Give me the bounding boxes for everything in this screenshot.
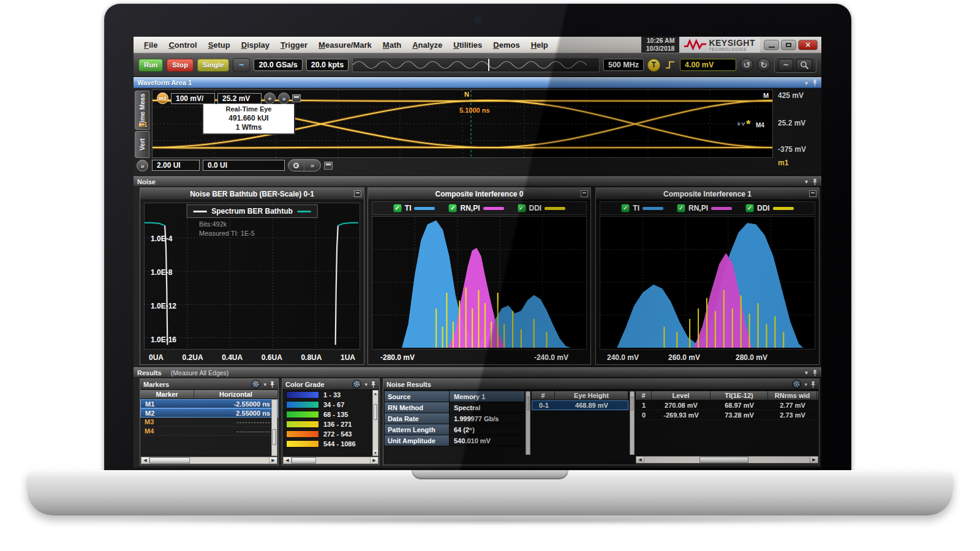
horizontal-scrollbar[interactable]: ◀ ▶ <box>636 456 818 463</box>
legend-checkbox-rnpi[interactable]: ✓ RN,PI <box>448 204 503 212</box>
menu-item-analyze[interactable]: Analyze <box>407 40 448 50</box>
table-row[interactable]: 1 270.08 mV 68.97 mV 2.77 mV <box>636 400 818 410</box>
scrollbar-thumb[interactable] <box>699 457 748 463</box>
vertical-offset-field[interactable]: 25.2 mV <box>217 93 262 104</box>
stop-button[interactable]: Stop <box>167 59 194 72</box>
vertical-scrollbar[interactable] <box>271 399 277 456</box>
sample-rate-field[interactable]: 20.0 GSa/s <box>254 59 302 71</box>
pin-icon[interactable] <box>371 381 376 388</box>
scroll-left-icon[interactable]: ◀ <box>141 457 149 463</box>
horizontal-scrollbar[interactable]: ◀ ▶ <box>283 457 379 464</box>
scroll-up-icon[interactable]: ▲ <box>373 391 378 396</box>
close-button[interactable]: × <box>798 40 818 50</box>
menu-item-utilities[interactable]: Utilities <box>448 40 488 50</box>
pin-icon[interactable] <box>812 79 818 86</box>
run-button[interactable]: Run <box>138 59 163 72</box>
scrollbar-thumb[interactable] <box>374 404 377 420</box>
undock-button[interactable] <box>809 190 816 197</box>
more-horizontal-button[interactable]: » <box>304 160 320 171</box>
dock-button[interactable] <box>324 162 333 170</box>
magnifier-button[interactable] <box>796 59 812 71</box>
scroll-left-icon[interactable]: ◀ <box>636 457 644 463</box>
results-section-bar[interactable]: Results (Measure All Edges) ▾ <box>134 367 821 378</box>
settings-gear-button[interactable] <box>352 380 361 389</box>
caret-down-icon[interactable]: ▾ <box>364 381 368 388</box>
scroll-right-icon[interactable]: ▶ <box>269 457 277 463</box>
noise-section-bar[interactable]: Noise ▾ <box>134 176 821 187</box>
undock-button[interactable] <box>354 190 361 197</box>
memory-depth-field[interactable]: 20.0 kpts <box>306 59 349 71</box>
menu-item-measure-mark[interactable]: Measure/Mark <box>313 40 377 50</box>
center-reference-button[interactable] <box>288 160 304 171</box>
dock-button[interactable] <box>292 94 301 102</box>
table-row[interactable]: Pattern Length64 (2⁶) <box>385 424 524 435</box>
waveform-mode-button[interactable]: ~ <box>233 58 250 72</box>
tab-vert[interactable]: Vert <box>135 131 149 158</box>
pin-icon[interactable] <box>270 381 275 388</box>
scroll-right-icon[interactable]: ▶ <box>370 457 378 463</box>
horizontal-scrollbar[interactable]: ◀ ▶ <box>141 457 277 464</box>
table-row[interactable]: 0-1 468.89 mV <box>532 400 628 410</box>
expand-controls-button[interactable]: » <box>137 160 148 171</box>
menu-item-trigger[interactable]: Trigger <box>275 40 313 50</box>
marker-row-m4[interactable]: M4 ------------ <box>140 427 278 436</box>
table-row[interactable]: RN MethodSpectral <box>385 402 524 413</box>
menu-item-control[interactable]: Control <box>163 40 202 50</box>
minimize-button[interactable] <box>764 40 779 50</box>
menu-item-display[interactable]: Display <box>236 40 275 50</box>
waveform-zoom-button[interactable]: ~ <box>778 59 793 71</box>
maximize-button[interactable] <box>781 40 796 50</box>
marker-row-m2[interactable]: M2 2.55000 ns <box>140 408 278 418</box>
caret-down-icon[interactable]: ▾ <box>263 381 266 388</box>
collapse-caret-icon[interactable]: ▾ <box>805 369 808 376</box>
legend-checkbox-rnpi[interactable]: ✓ RN,PI <box>677 204 732 212</box>
scroll-right-icon[interactable]: ▶ <box>810 457 818 463</box>
table-row[interactable]: 0 -269.93 mV 73.28 mV 2.73 mV <box>636 410 818 420</box>
trigger-level-field[interactable]: 4.00 mV <box>680 59 736 71</box>
collapse-caret-icon[interactable]: ▾ <box>805 80 808 86</box>
add-marker-button[interactable]: + <box>264 92 276 104</box>
undo-button[interactable]: ↺ <box>740 58 753 72</box>
bandwidth-field[interactable]: 500 MHz <box>603 59 644 71</box>
pin-icon[interactable] <box>810 381 816 388</box>
more-controls-button[interactable]: » <box>278 92 290 104</box>
marker-row-m3[interactable]: M3 ------------ <box>140 418 278 427</box>
menu-item-math[interactable]: Math <box>377 40 407 50</box>
scrollbar-thumb[interactable] <box>149 457 190 463</box>
waveform-area-titlebar[interactable]: Waveform Area 1 ▾ <box>134 77 821 88</box>
trigger-button[interactable]: T <box>647 59 660 72</box>
pin-icon[interactable] <box>812 178 818 186</box>
table-row[interactable]: Data Rate1.999977 Gb/s <box>385 413 524 424</box>
caret-down-icon[interactable]: ▾ <box>804 381 807 388</box>
scroll-down-icon[interactable]: ▼ <box>373 450 378 455</box>
vertical-scale-field[interactable]: 100 mV/ <box>171 93 215 104</box>
trigger-slope-icon[interactable] <box>664 59 676 70</box>
position-cursor[interactable] <box>488 59 489 71</box>
settings-gear-button[interactable] <box>792 380 801 389</box>
channel-m1-chip[interactable]: m1 <box>157 92 168 104</box>
scroll-left-icon[interactable]: ◀ <box>284 457 292 463</box>
table-row[interactable]: Unit Amplitude540.010 mV <box>385 435 524 446</box>
redo-button[interactable]: ↻ <box>757 58 771 72</box>
settings-gear-button[interactable] <box>251 380 260 389</box>
vertical-scrollbar[interactable] <box>526 391 530 455</box>
scrollbar-thumb[interactable] <box>527 397 529 410</box>
collapse-caret-icon[interactable]: ▾ <box>805 178 808 185</box>
legend-checkbox-ti[interactable]: ✓ TI <box>393 204 435 212</box>
horizontal-offset-field[interactable]: 0.0 UI <box>203 160 285 171</box>
vertical-scrollbar[interactable]: ▲ ▼ <box>372 390 379 456</box>
horizontal-position-strip[interactable] <box>352 58 600 72</box>
undock-button[interactable] <box>581 190 588 197</box>
menu-item-help[interactable]: Help <box>526 40 554 50</box>
horizontal-scale-field[interactable]: 2.00 UI <box>152 160 200 171</box>
vertical-scrollbar[interactable] <box>630 391 635 455</box>
table-row[interactable]: SourceMemory 1 <box>385 391 524 402</box>
menu-item-demos[interactable]: Demos <box>488 40 525 50</box>
legend-checkbox-ddi[interactable]: ✓ DDI <box>745 204 794 212</box>
menu-item-setup[interactable]: Setup <box>203 40 236 50</box>
menu-item-file[interactable]: File <box>138 40 163 50</box>
marker-row-m1[interactable]: M1 -2.55000 ns <box>140 399 278 408</box>
pin-icon[interactable] <box>812 369 818 377</box>
legend-checkbox-ddi[interactable]: ✓ DDI <box>518 204 566 212</box>
scrollbar-thumb[interactable] <box>292 457 316 463</box>
